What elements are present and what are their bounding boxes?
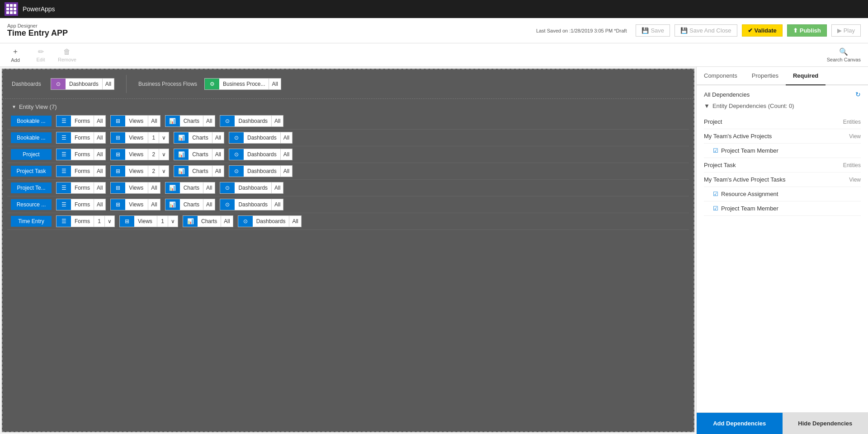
views-icon-btn[interactable]: ⊞ (111, 116, 125, 126)
save-close-icon: 💾 (680, 27, 688, 34)
table-row: Project Te...☰FormsAll⊞ViewsAll📊ChartsAl… (7, 180, 689, 196)
dashboards-icon-btn[interactable]: ⊙ (238, 216, 253, 227)
entity-button[interactable]: Time Entry (11, 216, 52, 227)
validate-button[interactable]: ✔ Validate (742, 24, 783, 37)
dep-row: Project TaskEntities (704, 158, 861, 173)
dashboards-icon-btn[interactable]: ⊙ (229, 166, 244, 177)
charts-count: All (203, 116, 215, 126)
views-icon-btn[interactable]: ⊞ (111, 166, 125, 177)
views-icon-btn[interactable]: ⊞ (111, 199, 125, 210)
forms-dropdown-icon[interactable]: ∨ (104, 216, 114, 227)
canvas-area[interactable]: Dashboards ⊙ Dashboards All Business Pro… (2, 69, 694, 432)
bpf-section-label: Business Process Flows (138, 81, 197, 87)
forms-group: ☰FormsAll (56, 182, 106, 194)
forms-label: Forms (71, 132, 94, 143)
charts-icon-btn[interactable]: 📊 (174, 132, 189, 143)
publish-button[interactable]: ⬆ Publish (787, 24, 827, 37)
dep-name: Resource Assignment (721, 191, 778, 197)
views-label: Views (125, 116, 148, 126)
charts-label: Charts (180, 116, 203, 126)
charts-count: All (212, 149, 224, 160)
remove-icon: 🗑 (63, 48, 71, 56)
save-close-button[interactable]: 💾 Save And Close (675, 24, 737, 37)
waffle-icon[interactable] (5, 2, 18, 16)
forms-icon-btn[interactable]: ☰ (57, 182, 71, 193)
forms-icon-btn[interactable]: ☰ (57, 216, 71, 227)
entity-button[interactable]: Bookable ... (11, 132, 52, 143)
app-designer-label: App Designer (7, 23, 68, 28)
views-count: 2 (148, 149, 159, 160)
forms-label: Forms (71, 116, 94, 126)
validate-icon: ✔ (748, 27, 753, 34)
forms-count: All (94, 132, 105, 143)
dashboards-icon-btn[interactable]: ⊙ (229, 149, 244, 160)
refresh-icon[interactable]: ↻ (855, 91, 861, 98)
views-icon-btn[interactable]: ⊞ (111, 149, 125, 160)
dashboards-icon-btn[interactable]: ⊙ (220, 116, 235, 126)
charts-icon-btn[interactable]: 📊 (165, 116, 180, 126)
bpf-count: All (269, 79, 280, 89)
views-dropdown-icon[interactable]: ∨ (159, 149, 169, 160)
forms-group: ☰Forms1∨ (56, 215, 115, 227)
forms-label: Forms (71, 166, 94, 177)
dashboards-icon-btn[interactable]: ⊙ (220, 199, 235, 210)
forms-icon-btn[interactable]: ☰ (57, 116, 71, 126)
dashboards-label: Dashboards (244, 149, 280, 160)
views-icon-btn[interactable]: ⊞ (111, 132, 125, 143)
charts-icon-btn[interactable]: 📊 (174, 149, 189, 160)
entity-button[interactable]: Resource ... (11, 199, 52, 210)
panel-tab-properties[interactable]: Properties (745, 67, 786, 85)
add-dependencies-button[interactable]: Add Dependencies (697, 413, 783, 434)
dashboards-icon-btn[interactable]: ⊙ (51, 79, 66, 89)
panel-content: All Dependencies ↻ ▼ Entity Dependencies… (697, 85, 868, 412)
dashboards-section-label: Dashboards (12, 81, 43, 87)
views-dropdown-icon[interactable]: ∨ (159, 166, 169, 177)
add-button[interactable]: ＋ Add (7, 47, 24, 63)
main-area: Dashboards ⊙ Dashboards All Business Pro… (0, 67, 868, 434)
save-button[interactable]: 💾 Save (636, 24, 670, 37)
hide-dependencies-button[interactable]: Hide Dependencies (783, 413, 868, 434)
charts-icon-btn[interactable]: 📊 (165, 199, 180, 210)
views-group: ⊞Views2∨ (110, 149, 169, 160)
forms-group: ☰FormsAll (56, 165, 106, 177)
charts-icon-btn[interactable]: 📊 (174, 166, 189, 177)
charts-icon-btn[interactable]: 📊 (183, 216, 198, 227)
panel-tab-components[interactable]: Components (697, 67, 745, 85)
bpf-icon-btn[interactable]: ⚙ (205, 79, 219, 89)
views-count: 1 (148, 132, 159, 143)
views-group: ⊞Views2∨ (110, 165, 169, 177)
dashboards-row: Dashboards ⊙ Dashboards All Business Pro… (3, 70, 693, 99)
edit-button[interactable]: ✏ Edit (33, 47, 49, 62)
forms-icon-btn[interactable]: ☰ (57, 166, 71, 177)
forms-icon-btn[interactable]: ☰ (57, 132, 71, 143)
entity-button[interactable]: Project (11, 149, 52, 160)
forms-count: All (94, 182, 105, 193)
entity-dep-header: ▼ Entity Dependencies (Count: 0) (704, 103, 861, 109)
entity-button[interactable]: Project Te... (11, 182, 52, 193)
dep-name: Project (704, 118, 722, 125)
forms-icon-btn[interactable]: ☰ (57, 199, 71, 210)
entity-button[interactable]: Bookable ... (11, 116, 52, 126)
dashboards-icon-btn[interactable]: ⊙ (220, 182, 235, 193)
play-button[interactable]: ▶ Play (831, 24, 861, 37)
dashboards-component-label: Dashboards (66, 79, 102, 89)
remove-button[interactable]: 🗑 Remove (58, 48, 76, 62)
views-label: Views (125, 149, 148, 160)
views-dropdown-icon[interactable]: ∨ (168, 216, 178, 227)
entity-button[interactable]: Project Task (11, 166, 52, 177)
dashboards-count: All (271, 116, 283, 126)
views-icon-btn[interactable]: ⊞ (120, 216, 134, 227)
dep-row: ☑Project Team Member (704, 144, 861, 158)
save-label: Save (651, 27, 664, 34)
panel-tab-required[interactable]: Required (786, 67, 826, 85)
views-group: ⊞ViewsAll (110, 182, 160, 194)
charts-icon-btn[interactable]: 📊 (165, 182, 180, 193)
dashboards-icon-btn[interactable]: ⊙ (229, 132, 244, 143)
views-dropdown-icon[interactable]: ∨ (159, 132, 169, 143)
forms-icon-btn[interactable]: ☰ (57, 149, 71, 160)
views-icon-btn[interactable]: ⊞ (111, 182, 125, 193)
dashboards-group: ⊙DashboardsAll (220, 182, 283, 194)
dashboards-label: Dashboards (235, 116, 271, 126)
charts-group: 📊ChartsAll (165, 115, 216, 127)
search-canvas-button[interactable]: 🔍 Search Canvas (827, 47, 861, 62)
